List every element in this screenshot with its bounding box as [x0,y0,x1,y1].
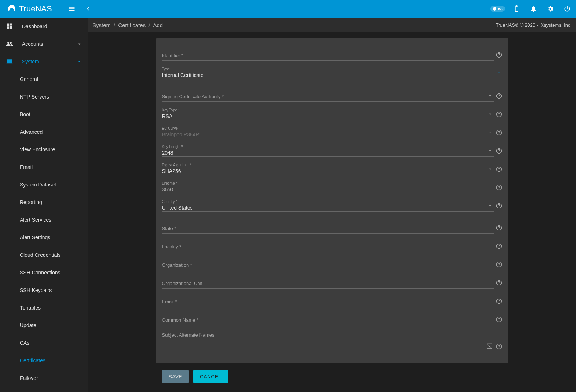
country-label: Country * [162,200,177,204]
org-unit-field[interactable]: Organizational Unit [162,276,494,289]
identifier-label: Identifier * [162,53,184,58]
breadcrumb-add: Add [153,22,163,28]
cancel-button[interactable]: CANCEL [193,370,228,383]
form-actions: SAVE CANCEL [156,370,508,383]
sidebar-sub-general[interactable]: General [0,70,88,88]
san-field[interactable]: Subject Alternate Names [162,330,494,352]
truenas-logo-icon [7,4,16,13]
key-length-select[interactable]: Key Length * 2048 [162,144,494,157]
topbar: TrueNAS HA [0,0,576,18]
sidebar-sub-boot[interactable]: Boot [0,106,88,123]
help-icon[interactable] [496,225,502,232]
lifetime-label: Lifetime * [162,181,177,185]
help-icon[interactable] [496,129,502,137]
key-type-select[interactable]: Key Type * RSA [162,107,494,120]
dashboard-icon [6,23,13,30]
back-button[interactable] [83,4,93,14]
settings-button[interactable] [545,4,555,14]
breadcrumb: System / Certificates / Add TrueNAS® © 2… [88,18,576,32]
sidebar-sub-tunables[interactable]: Tunables [0,299,88,317]
help-icon[interactable] [496,184,502,192]
help-icon[interactable] [496,148,502,155]
sidebar-sub-system-dataset[interactable]: System Dataset [0,176,88,193]
sidebar-sub-update[interactable]: Update [0,317,88,334]
svg-point-0 [493,7,496,11]
help-icon[interactable] [496,243,502,251]
help-icon[interactable] [496,316,502,324]
edit-list-icon[interactable] [486,343,493,351]
sidebar-item-label: System [22,59,67,64]
help-icon[interactable] [496,343,502,351]
sidebar-sub-reporting[interactable]: Reporting [0,193,88,211]
breadcrumb-system[interactable]: System [92,22,111,28]
common-name-field[interactable]: Common Name * [162,313,494,325]
key-type-label: Key Type * [162,108,180,112]
sidebar-sub-cas[interactable]: CAs [0,334,88,352]
organization-label: Organization * [162,262,192,268]
sidebar-sub-alert-services[interactable]: Alert Services [0,211,88,229]
sidebar-sub-ntp-servers[interactable]: NTP Servers [0,88,88,106]
email-field[interactable]: Email * [162,294,494,307]
power-button[interactable] [562,4,572,14]
ha-icon [492,7,497,11]
organization-field[interactable]: Organization * [162,258,494,270]
help-icon[interactable] [496,111,502,119]
san-label: Subject Alternate Names [162,332,214,338]
sidebar-item-system[interactable]: System [0,53,88,70]
notifications-button[interactable] [528,4,539,14]
breadcrumb-certificates[interactable]: Certificates [118,22,146,28]
help-icon[interactable] [496,261,502,269]
power-icon [564,5,571,12]
signing-ca-select[interactable]: Signing Certificate Authority * [162,89,494,102]
common-name-label: Common Name * [162,317,199,323]
main-content: Identifier * Type Internal Certificate S… [88,32,576,392]
sidebar-sub-alert-settings[interactable]: Alert Settings [0,229,88,246]
sidebar-sub-failover[interactable]: Failover [0,369,88,387]
sidebar-sub-ssh-keypairs[interactable]: SSH Keypairs [0,281,88,299]
menu-toggle-button[interactable] [67,4,77,14]
digest-algorithm-select[interactable]: Digest Algorithm * SHA256 [162,162,494,175]
clipboard-button[interactable] [511,4,522,14]
help-icon[interactable] [496,203,502,210]
chevron-down-icon [488,93,493,99]
gear-icon [547,5,554,12]
brand-text: TrueNAS [19,4,52,14]
chevron-down-icon [488,130,493,136]
locality-field[interactable]: Locality * [162,239,494,252]
sidebar-sub-advanced[interactable]: Advanced [0,123,88,141]
state-label: State * [162,226,176,231]
sidebar-sub-cloud-credentials[interactable]: Cloud Credentials [0,246,88,264]
key-length-label: Key Length * [162,145,183,149]
sidebar-sub-certificates[interactable]: Certificates [0,352,88,369]
digest-label: Digest Algorithm * [162,163,191,167]
sidebar-sub-email[interactable]: Email [0,158,88,176]
chevron-left-icon [84,5,92,12]
ha-status-badge[interactable]: HA [490,6,505,12]
sidebar: Dashboard Accounts System General NTP Se… [0,18,88,392]
chevron-down-icon [76,41,82,47]
help-icon[interactable] [496,298,502,306]
chevron-down-icon [488,148,493,154]
type-label: Type [162,67,170,71]
ec-curve-label: EC Curve [162,126,178,130]
identifier-field[interactable]: Identifier * [162,48,494,61]
org-unit-label: Organizational Unit [162,281,203,286]
save-button[interactable]: SAVE [162,370,189,383]
sidebar-item-accounts[interactable]: Accounts [0,35,88,53]
sidebar-sub-ssh-connections[interactable]: SSH Connections [0,264,88,281]
lifetime-field[interactable]: Lifetime * 3650 [162,181,494,193]
help-icon[interactable] [496,166,502,174]
accounts-icon [6,40,13,48]
help-icon[interactable] [496,52,502,59]
type-select[interactable]: Type Internal Certificate [162,66,502,79]
sidebar-sub-view-enclosure[interactable]: View Enclosure [0,141,88,158]
chevron-down-icon [496,70,502,77]
help-icon[interactable] [496,280,502,287]
help-icon[interactable] [496,93,502,100]
sidebar-item-dashboard[interactable]: Dashboard [0,18,88,35]
clipboard-icon [513,5,520,12]
state-field[interactable]: State * [162,221,494,234]
email-label: Email * [162,299,177,304]
country-select[interactable]: Country * United States [162,199,494,212]
brand-logo: TrueNAS [7,4,52,14]
